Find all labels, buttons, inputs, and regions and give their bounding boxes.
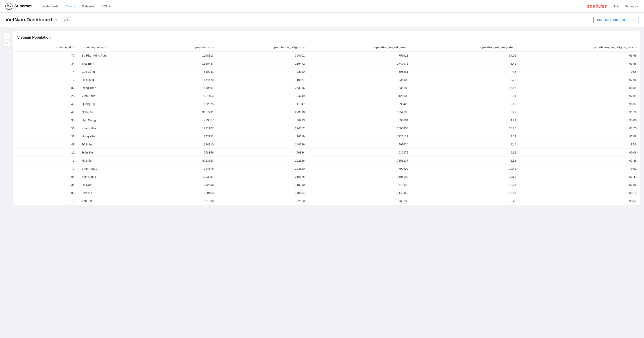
cell-population: 8053663 xyxy=(156,157,217,165)
cell-population_religion: 390702 xyxy=(217,51,308,60)
cell-population_religion_rate: 10.87 xyxy=(412,189,520,197)
table-row: 56Khánh Hòa1231107224652100645518.2581.7… xyxy=(13,124,640,132)
expand-icon: →| xyxy=(5,34,8,37)
cell-province_id: 11 xyxy=(13,149,78,157)
cell-population_no_religion: 3054193 xyxy=(308,108,412,116)
col-population-label: population xyxy=(195,46,210,49)
favorite-star-button[interactable]: ☆ xyxy=(55,17,58,22)
cell-population: 1723067 xyxy=(156,173,217,181)
cell-population: 1151154 xyxy=(156,92,217,100)
cell-population: 1231107 xyxy=(156,124,217,132)
cell-population_religion: 203680 xyxy=(217,165,308,173)
cell-province_name: Hà Nam xyxy=(78,181,156,189)
cell-province_name: Cao Bằng xyxy=(78,68,156,76)
cell-population_religion: 19871 xyxy=(217,76,308,84)
cell-population_no_religion_rate: 81.75 xyxy=(520,124,640,132)
cell-population: 632375 xyxy=(156,100,217,108)
cell-province_name: Hậu Giang xyxy=(78,116,156,124)
table-row: 91Kiên Giang1723067216875150619212.5987.… xyxy=(13,173,640,181)
add-button[interactable]: + ▾ xyxy=(611,3,621,10)
cell-population_religion_rate: 6.42 xyxy=(412,60,520,68)
cell-population_religion_rate: 2.32 xyxy=(412,76,520,84)
cell-population_religion: 140686 xyxy=(217,141,308,149)
cell-population_no_religion_rate: 79.52 xyxy=(520,165,640,173)
nav-charts[interactable]: Charts xyxy=(63,3,78,10)
sort-icon-population: ⇅ xyxy=(212,46,214,49)
dashboard-more-button[interactable]: ··· xyxy=(631,16,638,23)
data-table: province_id ⇅ province_name ⇅ population… xyxy=(13,43,640,205)
nav-dashboards[interactable]: Dashboards xyxy=(39,3,61,10)
cell-population_no_religion_rate: 93.57 xyxy=(520,197,640,205)
cell-population: 1599504 xyxy=(156,84,217,92)
draft-badge: Draft xyxy=(61,18,72,22)
brand-logo[interactable]: Superset xyxy=(6,3,32,10)
cell-province_id: 33 xyxy=(13,132,78,141)
nav-datasets[interactable]: Datasets xyxy=(80,3,97,10)
expand-sidebar-button[interactable]: →| xyxy=(4,33,10,39)
table-row: 48Đà Nẵng113431014068699362412.487.6 xyxy=(13,141,640,149)
table-wrapper: province_id ⇅ province_name ⇅ population… xyxy=(13,43,640,205)
cell-population: 1860447 xyxy=(156,60,217,68)
col-population-religion[interactable]: population_religion ⇅ xyxy=(217,43,308,51)
navbar-right: sonit.me + ▾ Settings ▾ xyxy=(587,3,638,10)
col-province-name[interactable]: province_name ⇅ xyxy=(78,43,156,51)
col-population-religion-rate[interactable]: population_religion_rate ⇅ xyxy=(412,43,520,51)
cell-population_religion_rate: 12.4 xyxy=(412,141,520,149)
cell-population_religion: 273598 xyxy=(217,108,308,116)
col-province-id[interactable]: province_id ⇅ xyxy=(13,43,78,51)
cell-population_no_religion: 993624 xyxy=(308,141,412,149)
sort-icon-pop-no-religion-rate: ⇅ xyxy=(635,46,636,49)
cell-population_religion_rate: 9.92 xyxy=(412,149,520,157)
table-row: 45Quảng Trị632375419475904286.6393.37 xyxy=(13,100,640,108)
chart-more-button[interactable]: ⋮ xyxy=(628,35,636,40)
col-population-religion-label: population_religion xyxy=(274,46,301,49)
cell-population_religion_rate: 18.25 xyxy=(412,124,520,132)
col-population-no-religion-rate[interactable]: population_no_religion_rate ⇅ xyxy=(520,43,640,51)
edit-dashboard-button[interactable]: EDIT DASHBOARD xyxy=(593,17,629,23)
dashboard-actions: EDIT DASHBOARD ··· xyxy=(593,16,638,23)
table-row: 34Thái Bình186044711947217409756.4293.58 xyxy=(13,60,640,68)
main-content: →| ≡ Vietnam Population ⋮ province_id xyxy=(0,27,644,209)
site-brand-name: sonit.me xyxy=(587,4,607,9)
cell-province_id: 91 xyxy=(13,173,78,181)
cell-population_religion: 202526 xyxy=(217,157,308,165)
cell-population_no_religion_rate: 95.06 xyxy=(520,116,640,124)
cell-population_no_religion: 590428 xyxy=(308,100,412,108)
settings-button[interactable]: Settings ▾ xyxy=(625,5,638,8)
cell-population_religion_rate: 34.02 xyxy=(412,51,520,60)
col-province-id-label: province_id xyxy=(55,46,71,49)
cell-province_id: 4 xyxy=(13,68,78,76)
cell-population_no_religion: 1148459 xyxy=(308,189,412,197)
nav-sql[interactable]: SQL ▾ xyxy=(99,3,113,10)
col-population-no-religion[interactable]: population_no_religion ⇅ xyxy=(308,43,412,51)
cell-province_id: 40 xyxy=(13,108,78,116)
cell-province_id: 15 xyxy=(13,197,78,205)
cell-population: 1148313 xyxy=(156,51,217,60)
cell-population_religion: 24249 xyxy=(217,92,308,100)
table-row: 87Đồng Tháp1599504263316133618816.4683.5… xyxy=(13,84,640,92)
cell-population_no_religion: 742420 xyxy=(308,181,412,189)
cell-province_id: 45 xyxy=(13,100,78,108)
brand-text: Superset xyxy=(14,4,32,9)
cell-population_no_religion: 1336188 xyxy=(308,84,412,92)
cell-population_religion: 52800 xyxy=(217,197,308,205)
cell-population: 1288463 xyxy=(156,189,217,197)
navbar: Superset Dashboards Charts Datasets SQL … xyxy=(0,0,644,13)
cell-population: 530341 xyxy=(156,68,217,76)
table-row: 40Nghệ An332779127359830541938.2291.78 xyxy=(13,108,640,116)
cell-province_name: Hà Nội xyxy=(78,157,156,165)
cell-province_name: Hà Giang xyxy=(78,76,156,84)
cell-population: 1252731 xyxy=(156,132,217,141)
cell-province_id: 87 xyxy=(13,84,78,92)
cell-province_name: Quảng Trị xyxy=(78,100,156,108)
sort-icon-province-name: ⇅ xyxy=(105,46,106,49)
dashboard-title-area: VietNam Dashboard ☆ Draft xyxy=(6,17,72,23)
table-row: 1Hà Nội805366320252678511372.5197.49 xyxy=(13,157,640,165)
cell-population_religion: 119472 xyxy=(217,60,308,68)
col-population[interactable]: population ⇅ xyxy=(156,43,217,51)
col-population-no-religion-label: population_no_religion xyxy=(372,46,405,49)
filter-button[interactable]: ≡ xyxy=(4,40,10,47)
sort-icon-pop-religion-rate: ⇅ xyxy=(514,46,516,49)
cell-population_religion_rate: 6.63 xyxy=(412,100,520,108)
cell-population_religion: 36213 xyxy=(217,116,308,124)
